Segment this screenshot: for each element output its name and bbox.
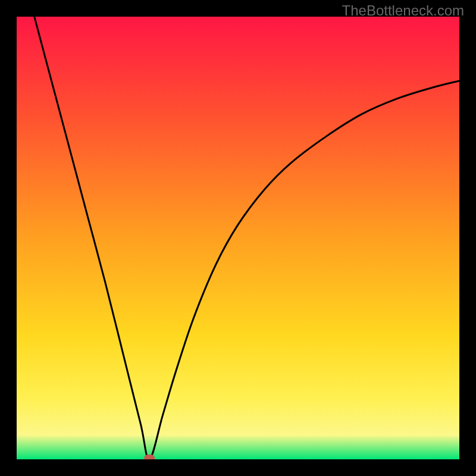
minimum-marker [144,455,155,459]
plot-svg [17,17,459,459]
plot-area [17,17,459,459]
gradient-background [17,17,459,459]
chart-frame: TheBottleneck.com [0,0,476,476]
